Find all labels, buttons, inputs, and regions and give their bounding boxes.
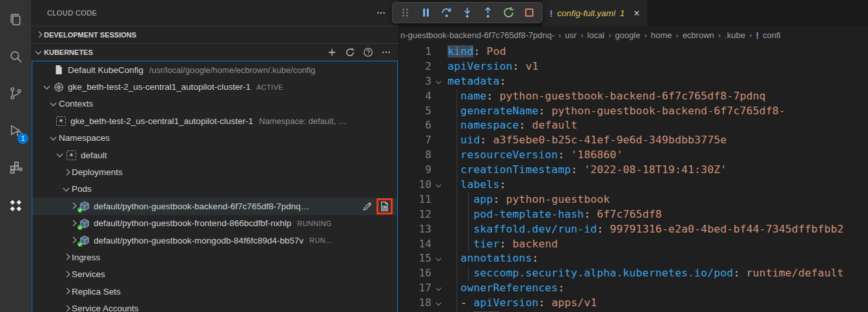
yaml-key: kind	[448, 45, 473, 57]
fold-spacer	[431, 104, 448, 119]
fold-chevron-icon[interactable]	[431, 251, 448, 266]
line-number: 14	[399, 237, 431, 252]
activity-item-cloud-code[interactable]	[0, 190, 31, 221]
chevron-right-icon[interactable]	[68, 218, 78, 229]
breadcrumb-item[interactable]: usr	[565, 30, 577, 40]
tree-item-default-kubeconfig[interactable]: Default KubeConfig/usr/local/google/home…	[32, 61, 397, 78]
breadcrumb-item[interactable]: n-guestbook-backend-6f7c765df8-7pdnq-	[400, 30, 555, 40]
chevron-down-icon[interactable]	[42, 82, 52, 92]
chevron-right-icon[interactable]	[61, 252, 72, 262]
refresh-button[interactable]	[343, 45, 357, 59]
more-actions-button[interactable]	[379, 45, 393, 59]
search-icon	[8, 48, 24, 65]
step-out-button[interactable]	[479, 4, 497, 22]
chevron-right-icon[interactable]	[61, 286, 72, 296]
tree-item-label: Contexts	[59, 99, 93, 109]
fold-spacer	[431, 118, 448, 133]
tree-item-contexts[interactable]: Contexts	[32, 96, 397, 112]
step-into-button[interactable]	[458, 4, 477, 22]
chevron-down-icon[interactable]	[61, 184, 72, 194]
chevron-right-icon[interactable]	[61, 269, 72, 280]
step-over-button[interactable]	[437, 4, 456, 22]
breadcrumb-item[interactable]: ecbrown	[683, 30, 714, 40]
step-out-icon	[482, 6, 494, 19]
code-line: 12 pod-template-hash: 6f7c765df8	[399, 207, 868, 222]
edit-pod-button[interactable]	[362, 201, 373, 212]
star-box-icon: *	[56, 116, 67, 126]
yaml-key: app	[473, 193, 493, 205]
tree-item-default-python-guestbook-backend-6f7c765[interactable]: default/python-guestbook-backend-6f7c765…	[32, 198, 397, 214]
breadcrumb-item[interactable]: google	[615, 30, 640, 40]
yaml-key: name	[460, 90, 486, 102]
tree-item-gke-beth-test-2-us-central1-autopilot-cl[interactable]: *gke_beth-test-2_us-central1_autopilot-c…	[32, 112, 397, 129]
breadcrumb-item[interactable]: home	[651, 30, 672, 40]
tree-item-deployments[interactable]: Deployments	[32, 163, 397, 180]
editor-gutter: 4	[399, 89, 448, 104]
chevron-down-icon[interactable]	[48, 133, 59, 143]
section-kubernetes[interactable]: KUBERNETES	[31, 43, 398, 61]
line-number: 6	[399, 118, 431, 133]
section-development-sessions[interactable]: DEVELOPMENT SESSIONS	[31, 26, 398, 43]
fold-chevron-icon[interactable]	[431, 281, 448, 296]
code-line-text: ownerReferences:	[448, 281, 868, 296]
activity-item-search[interactable]	[0, 41, 31, 72]
pod-icon	[79, 218, 90, 229]
fold-spacer	[431, 207, 448, 222]
activity-item-extensions[interactable]	[0, 152, 31, 183]
fold-chevron-icon[interactable]	[431, 74, 448, 89]
chevron-right-icon[interactable]	[68, 235, 78, 245]
line-number: 9	[399, 163, 431, 178]
activity-item-explorer[interactable]	[0, 4, 31, 35]
chevron-right-icon[interactable]	[61, 304, 72, 312]
tree-item-replica-sets[interactable]: Replica Sets	[32, 283, 397, 300]
breadcrumb-separator-icon: ›	[718, 30, 721, 40]
tree-item-namespaces[interactable]: Namespaces	[32, 130, 397, 147]
tree-item-service-accounts[interactable]: Service Accounts	[32, 300, 397, 312]
stop-button[interactable]	[520, 4, 539, 22]
chevron-right-icon[interactable]	[61, 167, 72, 178]
breadcrumb-item[interactable]: local	[587, 30, 604, 40]
tab-config-full-yaml[interactable]: ! config-full.yaml 1 ×	[542, 0, 648, 26]
tree-item-services[interactable]: Services	[32, 266, 397, 283]
chevron-right-icon[interactable]	[68, 201, 78, 211]
restart-button[interactable]	[499, 4, 518, 22]
line-number: 3	[399, 74, 431, 89]
pod-icon	[79, 235, 90, 245]
help-button[interactable]	[361, 45, 375, 59]
chevron-down-icon[interactable]	[55, 150, 65, 160]
fold-spacer	[431, 148, 448, 163]
code-line-text: skaffold.dev/run-id: 99791316-e2a0-4bed-…	[448, 222, 868, 237]
tree-item-label: default/python-guestbook-backend-6f7c765…	[94, 202, 309, 211]
yaml-value: '2022-08-18T19:41:30Z'	[584, 163, 727, 176]
close-icon[interactable]: ×	[634, 8, 639, 19]
pod-running-check-icon	[78, 225, 83, 230]
chevron-down-icon[interactable]	[48, 99, 59, 109]
tree-item-default[interactable]: *default	[32, 147, 397, 163]
pause-button[interactable]	[417, 4, 435, 22]
extensions-icon	[8, 160, 24, 176]
code-line: 10 labels:	[399, 178, 868, 192]
editor-gutter: 3	[399, 74, 448, 89]
add-cluster-button[interactable]	[325, 45, 339, 59]
view-pod-yaml-button[interactable]	[379, 201, 390, 212]
tree-item-default-python-guestbook-frontend-866bcd[interactable]: default/python-guestbook-frontend-866bcd…	[32, 215, 397, 232]
yaml-value: Pod	[486, 45, 506, 57]
line-number: 8	[399, 148, 431, 163]
tree-item-description: Namespace: default, …	[259, 116, 347, 126]
line-number: 7	[399, 133, 431, 148]
breadcrumb-file[interactable]: confi	[763, 30, 780, 40]
editor-gutter: 15	[399, 251, 448, 266]
tree-item-default-python-guestbook-mongodb-84f6fc8[interactable]: default/python-guestbook-mongodb-84f6fc8…	[32, 232, 397, 249]
tree-item-pods[interactable]: Pods	[32, 181, 397, 198]
tree-item-ingress[interactable]: Ingress	[32, 249, 397, 265]
tree-item-gke-beth-test-2-us-central1-autopilot-cl[interactable]: gke_beth-test-2_us-central1_autopilot-cl…	[32, 78, 397, 95]
fold-spacer	[431, 222, 448, 237]
activity-item-run-debug[interactable]: 1	[0, 115, 31, 146]
drag-gripper-button[interactable]	[396, 4, 415, 22]
fold-chevron-icon[interactable]	[431, 178, 448, 192]
code-editor[interactable]: 1kind: Pod2apiVersion: v13metadata:4 nam…	[399, 44, 868, 312]
fold-chevron-icon[interactable]	[431, 296, 448, 311]
activity-item-source-control[interactable]	[0, 78, 31, 109]
breadcrumb-item[interactable]: .kube	[725, 30, 745, 40]
more-actions-button[interactable]	[374, 6, 388, 20]
